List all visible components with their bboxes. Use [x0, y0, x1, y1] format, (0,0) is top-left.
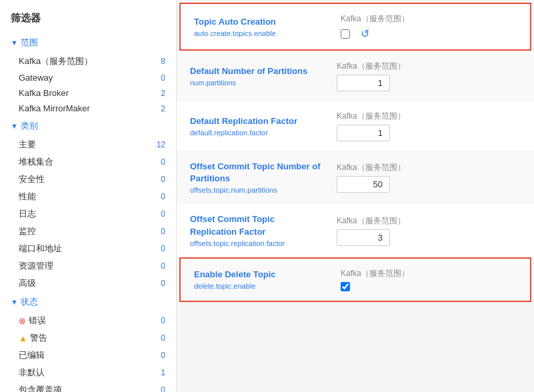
status-error-label: ⊗ 错误	[19, 315, 46, 327]
checkbox-enable-delete-topic[interactable]	[341, 282, 350, 291]
section-header-scope[interactable]: ▼ 范围	[0, 33, 176, 53]
config-key-num-partitions: num.partitions	[190, 79, 323, 87]
config-row-topic-auto-creation: Topic Auto Creation auto.create.topics.e…	[179, 3, 531, 51]
arrow-icon-status: ▼	[11, 298, 18, 306]
category-item-security[interactable]: 安全性 0	[0, 171, 176, 188]
status-edited-label: 已编辑	[19, 349, 45, 361]
config-name-offset-partitions: Offset Commit Topic Number of Partitions	[190, 161, 323, 185]
scope-item-kafka-label: Kafka（服务范围）	[19, 55, 93, 67]
scope-label-offset-replication: Kafka（服务范围）	[337, 215, 405, 227]
value-box-offset-replication[interactable]: 3	[337, 229, 390, 246]
status-edited-count: 0	[155, 351, 165, 360]
category-advanced-label: 高级	[19, 277, 36, 289]
config-name-num-partitions: Default Number of Partitions	[190, 65, 323, 77]
status-item-override[interactable]: 包含覆盖项 0	[0, 381, 176, 392]
section-label-scope: 范围	[21, 37, 38, 49]
scope-item-gateway-label: Gateway	[19, 73, 53, 83]
checkbox-row-enable-delete-topic	[341, 282, 350, 291]
category-resource-count: 0	[155, 261, 165, 271]
category-item-ports[interactable]: 端口和地址 0	[0, 240, 176, 257]
config-name-topic-auto-creation: Topic Auto Creation	[194, 16, 327, 28]
category-security-count: 0	[155, 175, 165, 184]
error-icon: ⊗	[19, 316, 26, 326]
category-log-label: 日志	[19, 208, 36, 220]
category-item-log[interactable]: 日志 0	[0, 205, 176, 223]
checkbox-topic-auto-creation[interactable]	[341, 29, 350, 39]
category-item-monitor[interactable]: 监控 0	[0, 223, 176, 240]
category-item-main[interactable]: 主要 12	[0, 136, 176, 153]
config-right-offset-replication: Kafka（服务范围） 3	[337, 215, 405, 246]
category-security-label: 安全性	[19, 173, 45, 185]
value-box-num-partitions[interactable]: 1	[337, 75, 390, 91]
config-right-offset-partitions: Kafka（服务范围） 50	[337, 162, 405, 193]
config-name-enable-delete-topic: Enable Delete Topic	[194, 269, 327, 281]
scope-item-broker[interactable]: Kafka Broker 2	[0, 85, 176, 101]
sidebar-title: 筛选器	[0, 7, 176, 33]
status-override-count: 0	[155, 385, 165, 392]
config-right-topic-auto-creation: Kafka（服务范围） ↺	[341, 13, 409, 40]
category-log-count: 0	[155, 209, 165, 219]
config-left-enable-delete-topic: Enable Delete Topic delete.topic.enable	[194, 269, 327, 290]
status-warning-label: ▲ 警告	[19, 332, 47, 344]
config-key-replication-factor: default.replication.factor	[190, 129, 323, 137]
category-perf-label: 性能	[19, 191, 36, 203]
status-nondefault-count: 1	[155, 368, 165, 377]
status-error-count: 0	[155, 316, 165, 325]
scope-item-broker-label: Kafka Broker	[19, 88, 69, 98]
value-box-replication-factor[interactable]: 1	[337, 125, 390, 141]
section-header-status[interactable]: ▼ 状态	[0, 292, 176, 312]
category-stack-label: 堆栈集合	[19, 156, 53, 168]
config-key-offset-replication: offsets.topic.replication.factor	[190, 239, 323, 247]
config-right-num-partitions: Kafka（服务范围） 1	[337, 61, 405, 91]
section-header-category[interactable]: ▼ 类别	[0, 116, 176, 136]
config-key-offset-partitions: offsets.topic.num.partitions	[190, 186, 323, 194]
config-name-replication-factor: Default Replication Factor	[190, 115, 323, 127]
arrow-icon: ▼	[11, 39, 18, 47]
category-resource-label: 资源管理	[19, 260, 53, 272]
category-item-advanced[interactable]: 高级 0	[0, 275, 176, 292]
section-label-category: 类别	[21, 120, 38, 132]
category-items: 主要 12 堆栈集合 0 安全性 0 性能 0 日志 0 监控 0 端口和地址 …	[0, 136, 176, 292]
category-main-count: 12	[155, 140, 165, 149]
category-perf-count: 0	[155, 192, 165, 201]
config-right-enable-delete-topic: Kafka（服务范围）	[341, 268, 409, 291]
status-item-nondefault[interactable]: 非默认 1	[0, 364, 176, 381]
status-item-edited[interactable]: 已编辑 0	[0, 347, 176, 364]
config-row-offset-replication: Offset Commit Topic Replication Factor o…	[177, 204, 534, 256]
category-stack-count: 0	[155, 157, 165, 167]
config-left-num-partitions: Default Number of Partitions num.partiti…	[190, 65, 323, 87]
status-override-label: 包含覆盖项	[19, 384, 62, 392]
status-item-warning[interactable]: ▲ 警告 0	[0, 329, 176, 347]
category-monitor-label: 监控	[19, 225, 36, 237]
scope-item-gateway[interactable]: Gateway 0	[0, 70, 176, 85]
scope-label-topic-auto-creation: Kafka（服务范围）	[341, 13, 409, 25]
category-item-stack[interactable]: 堆栈集合 0	[0, 153, 176, 171]
scope-item-kafka-count: 8	[155, 57, 165, 66]
category-main-label: 主要	[19, 139, 36, 151]
status-warning-count: 0	[155, 333, 165, 343]
scope-item-mirrormaker-count: 2	[155, 104, 165, 113]
status-items: ⊗ 错误 0 ▲ 警告 0 已编辑 0 非默认 1 包含覆盖项 0	[0, 312, 176, 392]
category-item-resource[interactable]: 资源管理 0	[0, 257, 176, 275]
scope-label-num-partitions: Kafka（服务范围）	[337, 61, 405, 72]
warning-icon: ▲	[19, 333, 27, 343]
value-box-offset-partitions[interactable]: 50	[337, 176, 390, 193]
config-row-enable-delete-topic: Enable Delete Topic delete.topic.enable …	[179, 257, 531, 302]
config-right-replication-factor: Kafka（服务范围） 1	[337, 111, 405, 141]
category-ports-label: 端口和地址	[19, 243, 62, 255]
config-key-enable-delete-topic: delete.topic.enable	[194, 282, 327, 290]
category-advanced-count: 0	[155, 279, 165, 288]
config-left-topic-auto-creation: Topic Auto Creation auto.create.topics.e…	[194, 16, 327, 37]
main-panel: Topic Auto Creation auto.create.topics.e…	[177, 0, 534, 392]
scope-item-mirrormaker[interactable]: Kafka MirrorMaker 2	[0, 101, 176, 116]
undo-icon-topic-auto-creation[interactable]: ↺	[361, 27, 369, 40]
scope-item-gateway-count: 0	[155, 73, 165, 83]
scope-label-offset-partitions: Kafka（服务范围）	[337, 162, 405, 173]
status-item-error[interactable]: ⊗ 错误 0	[0, 312, 176, 329]
scope-items: Kafka（服务范围） 8 Gateway 0 Kafka Broker 2 K…	[0, 53, 176, 116]
scope-label-replication-factor: Kafka（服务范围）	[337, 111, 405, 122]
config-left-offset-partitions: Offset Commit Topic Number of Partitions…	[190, 161, 323, 194]
scope-item-broker-count: 2	[155, 89, 165, 98]
scope-item-kafka[interactable]: Kafka（服务范围） 8	[0, 53, 176, 70]
category-item-performance[interactable]: 性能 0	[0, 188, 176, 205]
